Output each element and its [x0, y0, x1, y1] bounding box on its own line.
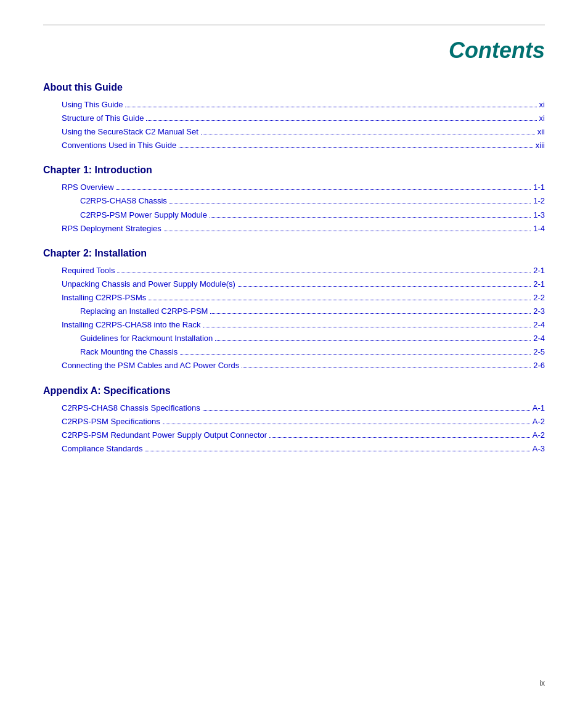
toc-label: RPS Overview — [62, 181, 114, 194]
page-title: Contents — [43, 38, 545, 64]
section-heading-0: About this Guide — [43, 82, 545, 93]
toc-page-number: xi — [539, 98, 545, 112]
toc-page-number: 2-3 — [533, 305, 545, 318]
toc-entry-1-1[interactable]: C2RPS-CHAS8 Chassis1-2 — [43, 194, 545, 208]
toc-page-number: A-1 — [533, 401, 545, 415]
top-border — [43, 25, 545, 25]
toc-dots — [238, 286, 531, 287]
toc-section-3: Appendix A: SpecificationsC2RPS-CHAS8 Ch… — [43, 385, 545, 456]
toc-entry-3-2[interactable]: C2RPS-PSM Redundant Power Supply Output … — [43, 429, 545, 442]
toc-dots — [201, 134, 535, 134]
toc-entry-1-0[interactable]: RPS Overview1-1 — [43, 181, 545, 194]
toc-label: Guidelines for Rackmount Installation — [80, 332, 213, 345]
toc-label: RPS Deployment Strategies — [62, 222, 161, 236]
toc-label: Structure of This Guide — [62, 112, 144, 125]
toc-label: Replacing an Installed C2RPS-PSM — [80, 305, 208, 318]
toc-dots — [117, 273, 531, 273]
toc-dots — [164, 231, 531, 231]
toc-page-number: 2-1 — [533, 277, 545, 291]
toc-dots — [180, 354, 531, 355]
toc-label: C2RPS-PSM Redundant Power Supply Output … — [62, 429, 267, 442]
toc-page-number: 2-4 — [533, 332, 545, 345]
toc-label: C2RPS-PSM Power Supply Module — [80, 208, 207, 222]
toc-dots — [203, 410, 530, 411]
toc-label: Conventions Used in This Guide — [62, 139, 176, 152]
section-heading-3: Appendix A: Specifications — [43, 385, 545, 396]
page-container: Contents About this GuideUsing This Guid… — [0, 0, 588, 505]
toc-dots — [169, 203, 531, 203]
toc-dots — [269, 437, 530, 438]
toc-entry-2-5[interactable]: Guidelines for Rackmount Installation2-4 — [43, 332, 545, 345]
toc-entry-1-3[interactable]: RPS Deployment Strategies1-4 — [43, 222, 545, 236]
toc-page-number: 1-3 — [533, 208, 545, 222]
toc-entry-2-2[interactable]: Installing C2RPS-PSMs2-2 — [43, 291, 545, 305]
toc-entry-3-3[interactable]: Compliance StandardsA-3 — [43, 442, 545, 456]
toc-entry-3-0[interactable]: C2RPS-CHAS8 Chassis SpecificationsA-1 — [43, 401, 545, 415]
toc-section-2: Chapter 2: InstallationRequired Tools2-1… — [43, 248, 545, 373]
toc-dots — [210, 217, 531, 218]
toc-page-number: A-3 — [533, 442, 545, 456]
toc-label: Installing C2RPS-CHAS8 into the Rack — [62, 318, 200, 332]
toc-page-number: 1-1 — [533, 181, 545, 194]
toc-label: Unpacking Chassis and Power Supply Modul… — [62, 277, 235, 291]
toc-dots — [163, 424, 530, 424]
toc-dots — [125, 107, 536, 107]
toc-dots — [242, 367, 531, 368]
toc-dots — [149, 300, 531, 300]
toc-entry-0-3[interactable]: Conventions Used in This Guidexiii — [43, 139, 545, 152]
toc-label: Using the SecureStack C2 Manual Set — [62, 125, 198, 139]
toc-section-0: About this GuideUsing This GuidexiStruct… — [43, 82, 545, 152]
toc-entry-2-6[interactable]: Rack Mounting the Chassis2-5 — [43, 345, 545, 359]
toc-label: Rack Mounting the Chassis — [80, 345, 178, 359]
toc-entry-0-1[interactable]: Structure of This Guidexi — [43, 112, 545, 125]
toc-section-1: Chapter 1: IntroductionRPS Overview1-1C2… — [43, 165, 545, 235]
toc-entry-2-7[interactable]: Connecting the PSM Cables and AC Power C… — [43, 359, 545, 372]
toc-page-number: 1-4 — [533, 222, 545, 236]
toc-dots — [210, 313, 531, 314]
toc-entry-2-3[interactable]: Replacing an Installed C2RPS-PSM2-3 — [43, 305, 545, 318]
toc-entry-2-0[interactable]: Required Tools2-1 — [43, 264, 545, 277]
toc-sections: About this GuideUsing This GuidexiStruct… — [43, 82, 545, 456]
toc-label: C2RPS-CHAS8 Chassis — [80, 194, 167, 208]
toc-label: Connecting the PSM Cables and AC Power C… — [62, 359, 239, 372]
toc-entry-0-2[interactable]: Using the SecureStack C2 Manual Setxii — [43, 125, 545, 139]
toc-label: Installing C2RPS-PSMs — [62, 291, 146, 305]
toc-dots — [116, 189, 531, 190]
toc-label: C2RPS-PSM Specifications — [62, 415, 160, 429]
toc-page-number: 2-4 — [533, 318, 545, 332]
toc-dots — [203, 327, 531, 327]
toc-page-number: xiii — [536, 139, 545, 152]
toc-page-number: A-2 — [533, 415, 545, 429]
toc-page-number: 2-2 — [533, 291, 545, 305]
toc-entry-2-1[interactable]: Unpacking Chassis and Power Supply Modul… — [43, 277, 545, 291]
toc-label: Using This Guide — [62, 98, 123, 112]
section-heading-2: Chapter 2: Installation — [43, 248, 545, 259]
toc-entry-3-1[interactable]: C2RPS-PSM SpecificationsA-2 — [43, 415, 545, 429]
page-number: ix — [539, 679, 545, 688]
toc-label: Required Tools — [62, 264, 115, 277]
toc-page-number: xii — [537, 125, 545, 139]
toc-page-number: 2-5 — [533, 345, 545, 359]
toc-label: Compliance Standards — [62, 442, 143, 456]
toc-dots — [145, 451, 530, 451]
toc-dots — [179, 147, 533, 148]
toc-page-number: xi — [539, 112, 545, 125]
toc-page-number: A-2 — [533, 429, 545, 442]
toc-entry-0-0[interactable]: Using This Guidexi — [43, 98, 545, 112]
toc-dots — [215, 340, 531, 341]
toc-page-number: 2-1 — [533, 264, 545, 277]
toc-page-number: 2-6 — [533, 359, 545, 372]
toc-entry-2-4[interactable]: Installing C2RPS-CHAS8 into the Rack2-4 — [43, 318, 545, 332]
toc-page-number: 1-2 — [533, 194, 545, 208]
section-heading-1: Chapter 1: Introduction — [43, 165, 545, 176]
toc-entry-1-2[interactable]: C2RPS-PSM Power Supply Module1-3 — [43, 208, 545, 222]
toc-label: C2RPS-CHAS8 Chassis Specifications — [62, 401, 200, 415]
toc-dots — [146, 120, 536, 121]
